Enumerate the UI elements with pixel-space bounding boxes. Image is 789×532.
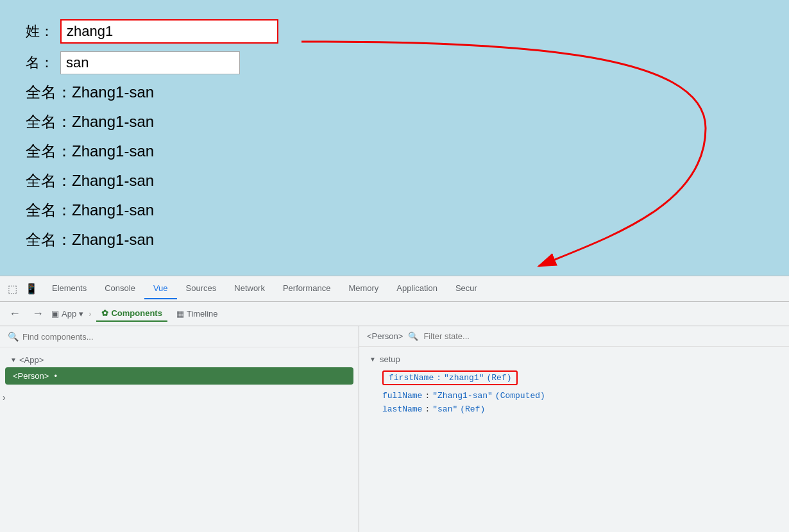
timeline-label: Timeline [187,309,218,319]
surname-row: 姓： [26,19,763,44]
triangle-icon: ▼ [10,356,17,363]
firstname-key: firstName [389,373,434,383]
firstname-row: firstName: "zhang1" (Ref) [369,370,779,385]
tab-application[interactable]: Application [387,278,446,299]
person-node-label: <Person> [13,371,49,381]
firstname-value: "zhang1" [444,373,484,383]
devtools-main: 🔍 ▼ <App> <Person> • › <Person> [0,326,789,532]
firstname-state-entry: firstName: "zhang1" (Ref) [382,370,518,385]
tab-timeline[interactable]: ▦ Timeline [171,306,223,321]
fullname-5: 全名：Zhang1-san [26,200,763,220]
given-row: 名： [26,51,763,74]
forward-button[interactable]: → [28,304,47,323]
fullname-state-row: fullName: "Zhang1-san" (Computed) [369,389,779,403]
right-header: <Person> 🔍 [359,326,789,347]
tab-security[interactable]: Secur [446,278,486,299]
fullname-key: fullName [382,391,422,401]
timeline-icon: ▦ [176,309,184,319]
fullname-type: (Computed) [495,391,545,401]
tab-console[interactable]: Console [96,278,144,299]
lastname-value: "san" [432,404,457,414]
tab-sources[interactable]: Sources [177,278,226,299]
surname-label: 姓： [26,22,54,41]
fullname-6: 全名：Zhang1-san [26,229,763,250]
app-icon: ▣ [51,309,59,319]
tree-item-app[interactable]: ▼ <App> [0,353,359,367]
setup-label: setup [380,354,400,364]
tab-vue[interactable]: Vue [144,278,177,299]
breadcrumb-app[interactable]: ▣ App ▾ [51,309,83,319]
component-tree: ▼ <App> <Person> • [0,347,359,390]
breadcrumb-sep: › [89,309,91,319]
given-label: 名： [26,53,54,72]
lastname-state-row: lastName: "san" (Ref) [369,403,779,416]
setup-triangle-icon: ▼ [369,356,376,363]
setup-row: ▼ setup [369,354,779,364]
left-chevron-icon[interactable]: › [3,392,6,403]
left-panel: 🔍 ▼ <App> <Person> • › [0,326,359,532]
components-label: Components [111,308,162,318]
right-panel: <Person> 🔍 ▼ setup firstName: "zhang1" (… [359,326,789,532]
tree-item-person[interactable]: <Person> • [5,367,353,385]
filter-search-icon: 🔍 [408,331,418,341]
firstname-type: (Ref) [486,373,511,383]
selected-component-name: <Person> [367,331,403,341]
filter-state-input[interactable] [423,331,531,341]
firstname-colon: : [436,373,441,383]
devtools-panel: ⬚ 📱 Elements Console Vue Sources Network… [0,276,789,532]
fullname-value: "Zhang1-san" [432,391,493,401]
app-preview: 姓： 名： 全名：Zhang1-san 全名：Zhang1-san 全名：Zha… [0,0,789,276]
devtools-secondary-bar: ← → ▣ App ▾ › ✿ Components ▦ Timeline [0,302,789,326]
devtools-tabs-bar: ⬚ 📱 Elements Console Vue Sources Network… [0,276,789,302]
tab-components[interactable]: ✿ Components [96,306,167,322]
surname-input[interactable] [60,19,278,44]
person-dot: • [54,371,57,381]
components-icon: ✿ [101,308,108,318]
find-components-bar: 🔍 [0,326,359,347]
left-chevron-row: › [0,390,359,403]
tab-network[interactable]: Network [225,278,274,299]
lastname-type: (Ref) [460,404,485,414]
app-dropdown-icon[interactable]: ▾ [79,309,83,319]
device-icon[interactable]: 📱 [22,280,40,297]
tab-memory[interactable]: Memory [339,278,387,299]
fullname-3: 全名：Zhang1-san [26,141,763,162]
fullname-2: 全名：Zhang1-san [26,112,763,132]
app-node-label: <App> [19,355,44,365]
inspect-icon[interactable]: ⬚ [5,280,20,297]
app-label: App [62,309,76,319]
tab-performance[interactable]: Performance [274,278,339,299]
given-input[interactable] [60,51,240,74]
tab-elements[interactable]: Elements [43,278,96,299]
search-icon: 🔍 [8,331,19,342]
fullname-4: 全名：Zhang1-san [26,170,763,191]
back-button[interactable]: ← [5,304,24,323]
lastname-key: lastName [382,404,422,414]
state-area: ▼ setup firstName: "zhang1" (Ref) fullNa… [359,347,789,424]
fullname-1: 全名：Zhang1-san [26,82,763,103]
find-components-input[interactable] [22,332,351,342]
